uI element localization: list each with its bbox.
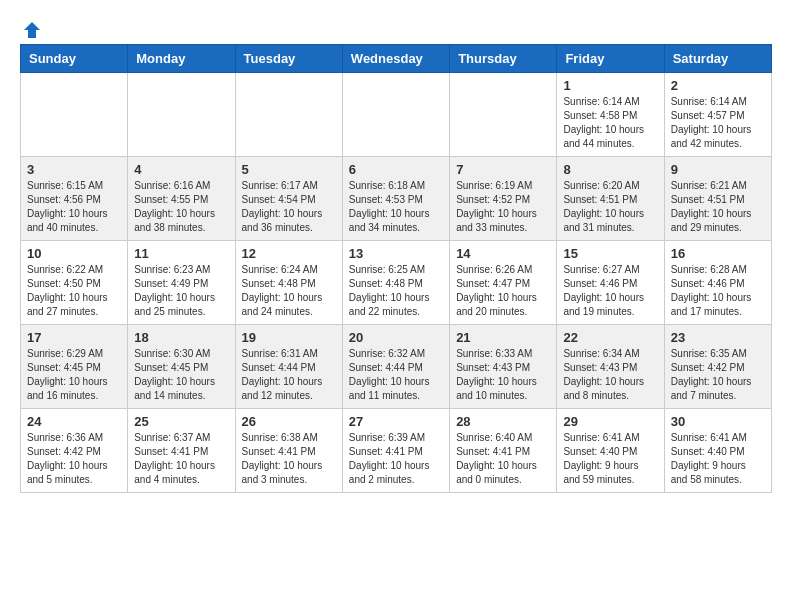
day-info: Sunrise: 6:35 AMSunset: 4:42 PMDaylight:… [671,347,765,403]
calendar-cell [450,73,557,157]
day-info: Sunrise: 6:41 AMSunset: 4:40 PMDaylight:… [563,431,657,487]
day-number: 22 [563,330,657,345]
weekday-header: Thursday [450,45,557,73]
calendar-cell: 20Sunrise: 6:32 AMSunset: 4:44 PMDayligh… [342,325,449,409]
calendar-cell: 14Sunrise: 6:26 AMSunset: 4:47 PMDayligh… [450,241,557,325]
day-info: Sunrise: 6:18 AMSunset: 4:53 PMDaylight:… [349,179,443,235]
weekday-header: Tuesday [235,45,342,73]
svg-marker-0 [24,22,40,38]
logo [20,20,42,36]
calendar-week-row: 24Sunrise: 6:36 AMSunset: 4:42 PMDayligh… [21,409,772,493]
day-number: 24 [27,414,121,429]
calendar-cell: 11Sunrise: 6:23 AMSunset: 4:49 PMDayligh… [128,241,235,325]
calendar-cell: 12Sunrise: 6:24 AMSunset: 4:48 PMDayligh… [235,241,342,325]
day-number: 1 [563,78,657,93]
calendar-cell: 23Sunrise: 6:35 AMSunset: 4:42 PMDayligh… [664,325,771,409]
calendar-cell: 19Sunrise: 6:31 AMSunset: 4:44 PMDayligh… [235,325,342,409]
day-info: Sunrise: 6:36 AMSunset: 4:42 PMDaylight:… [27,431,121,487]
day-info: Sunrise: 6:29 AMSunset: 4:45 PMDaylight:… [27,347,121,403]
calendar-cell: 10Sunrise: 6:22 AMSunset: 4:50 PMDayligh… [21,241,128,325]
day-info: Sunrise: 6:31 AMSunset: 4:44 PMDaylight:… [242,347,336,403]
day-info: Sunrise: 6:25 AMSunset: 4:48 PMDaylight:… [349,263,443,319]
calendar-cell: 16Sunrise: 6:28 AMSunset: 4:46 PMDayligh… [664,241,771,325]
calendar-table: SundayMondayTuesdayWednesdayThursdayFrid… [20,44,772,493]
calendar-cell: 27Sunrise: 6:39 AMSunset: 4:41 PMDayligh… [342,409,449,493]
day-info: Sunrise: 6:19 AMSunset: 4:52 PMDaylight:… [456,179,550,235]
calendar-cell: 22Sunrise: 6:34 AMSunset: 4:43 PMDayligh… [557,325,664,409]
day-number: 29 [563,414,657,429]
logo-icon [22,20,42,40]
calendar-cell: 17Sunrise: 6:29 AMSunset: 4:45 PMDayligh… [21,325,128,409]
calendar-cell: 1Sunrise: 6:14 AMSunset: 4:58 PMDaylight… [557,73,664,157]
day-info: Sunrise: 6:26 AMSunset: 4:47 PMDaylight:… [456,263,550,319]
calendar-week-row: 10Sunrise: 6:22 AMSunset: 4:50 PMDayligh… [21,241,772,325]
page-header [20,20,772,36]
day-info: Sunrise: 6:39 AMSunset: 4:41 PMDaylight:… [349,431,443,487]
day-info: Sunrise: 6:22 AMSunset: 4:50 PMDaylight:… [27,263,121,319]
weekday-header: Monday [128,45,235,73]
day-info: Sunrise: 6:14 AMSunset: 4:57 PMDaylight:… [671,95,765,151]
calendar-cell: 29Sunrise: 6:41 AMSunset: 4:40 PMDayligh… [557,409,664,493]
day-number: 26 [242,414,336,429]
day-info: Sunrise: 6:20 AMSunset: 4:51 PMDaylight:… [563,179,657,235]
day-number: 4 [134,162,228,177]
day-number: 25 [134,414,228,429]
calendar-cell: 18Sunrise: 6:30 AMSunset: 4:45 PMDayligh… [128,325,235,409]
day-info: Sunrise: 6:34 AMSunset: 4:43 PMDaylight:… [563,347,657,403]
day-number: 30 [671,414,765,429]
day-info: Sunrise: 6:30 AMSunset: 4:45 PMDaylight:… [134,347,228,403]
day-info: Sunrise: 6:32 AMSunset: 4:44 PMDaylight:… [349,347,443,403]
day-number: 8 [563,162,657,177]
calendar-cell: 3Sunrise: 6:15 AMSunset: 4:56 PMDaylight… [21,157,128,241]
day-number: 16 [671,246,765,261]
calendar-cell: 28Sunrise: 6:40 AMSunset: 4:41 PMDayligh… [450,409,557,493]
calendar-week-row: 1Sunrise: 6:14 AMSunset: 4:58 PMDaylight… [21,73,772,157]
day-number: 9 [671,162,765,177]
day-info: Sunrise: 6:33 AMSunset: 4:43 PMDaylight:… [456,347,550,403]
day-number: 19 [242,330,336,345]
day-info: Sunrise: 6:15 AMSunset: 4:56 PMDaylight:… [27,179,121,235]
day-number: 17 [27,330,121,345]
calendar-cell: 8Sunrise: 6:20 AMSunset: 4:51 PMDaylight… [557,157,664,241]
calendar-cell: 21Sunrise: 6:33 AMSunset: 4:43 PMDayligh… [450,325,557,409]
calendar-cell: 26Sunrise: 6:38 AMSunset: 4:41 PMDayligh… [235,409,342,493]
day-info: Sunrise: 6:41 AMSunset: 4:40 PMDaylight:… [671,431,765,487]
calendar-cell [128,73,235,157]
day-number: 10 [27,246,121,261]
calendar-cell: 9Sunrise: 6:21 AMSunset: 4:51 PMDaylight… [664,157,771,241]
day-info: Sunrise: 6:16 AMSunset: 4:55 PMDaylight:… [134,179,228,235]
day-number: 27 [349,414,443,429]
day-number: 11 [134,246,228,261]
day-info: Sunrise: 6:27 AMSunset: 4:46 PMDaylight:… [563,263,657,319]
day-number: 14 [456,246,550,261]
day-info: Sunrise: 6:24 AMSunset: 4:48 PMDaylight:… [242,263,336,319]
day-info: Sunrise: 6:23 AMSunset: 4:49 PMDaylight:… [134,263,228,319]
day-number: 2 [671,78,765,93]
weekday-header: Friday [557,45,664,73]
weekday-header: Wednesday [342,45,449,73]
calendar-cell: 24Sunrise: 6:36 AMSunset: 4:42 PMDayligh… [21,409,128,493]
calendar-cell: 5Sunrise: 6:17 AMSunset: 4:54 PMDaylight… [235,157,342,241]
day-info: Sunrise: 6:28 AMSunset: 4:46 PMDaylight:… [671,263,765,319]
day-number: 18 [134,330,228,345]
day-info: Sunrise: 6:21 AMSunset: 4:51 PMDaylight:… [671,179,765,235]
day-number: 5 [242,162,336,177]
day-number: 12 [242,246,336,261]
calendar-cell: 13Sunrise: 6:25 AMSunset: 4:48 PMDayligh… [342,241,449,325]
calendar-cell: 30Sunrise: 6:41 AMSunset: 4:40 PMDayligh… [664,409,771,493]
day-number: 20 [349,330,443,345]
calendar-week-row: 3Sunrise: 6:15 AMSunset: 4:56 PMDaylight… [21,157,772,241]
calendar-cell: 6Sunrise: 6:18 AMSunset: 4:53 PMDaylight… [342,157,449,241]
day-number: 7 [456,162,550,177]
calendar-cell: 4Sunrise: 6:16 AMSunset: 4:55 PMDaylight… [128,157,235,241]
weekday-header: Saturday [664,45,771,73]
calendar-cell: 25Sunrise: 6:37 AMSunset: 4:41 PMDayligh… [128,409,235,493]
day-info: Sunrise: 6:37 AMSunset: 4:41 PMDaylight:… [134,431,228,487]
calendar-cell: 7Sunrise: 6:19 AMSunset: 4:52 PMDaylight… [450,157,557,241]
day-info: Sunrise: 6:38 AMSunset: 4:41 PMDaylight:… [242,431,336,487]
day-number: 23 [671,330,765,345]
calendar-header-row: SundayMondayTuesdayWednesdayThursdayFrid… [21,45,772,73]
day-number: 28 [456,414,550,429]
day-info: Sunrise: 6:40 AMSunset: 4:41 PMDaylight:… [456,431,550,487]
day-number: 6 [349,162,443,177]
